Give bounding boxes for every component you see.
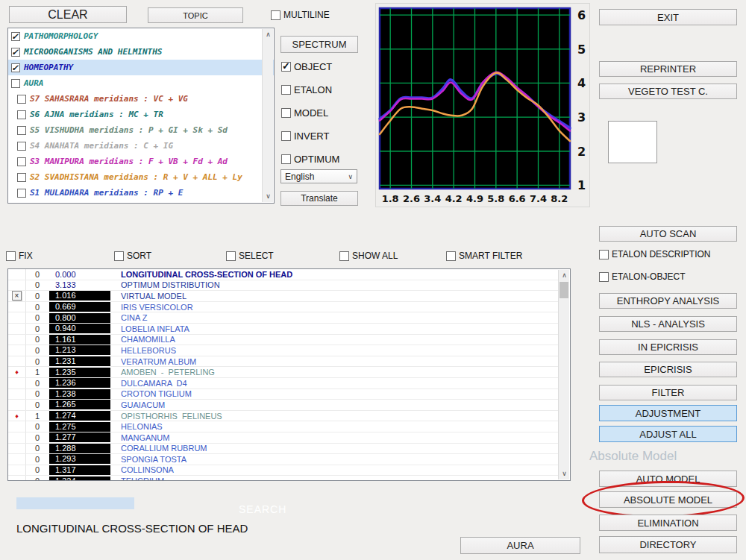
value-cell: 1.016 [49, 291, 110, 301]
table-row[interactable]: 00.940LOBELIA INFLATA [8, 324, 558, 335]
epicrisis-button[interactable]: EPICRISIS [599, 362, 737, 377]
fix-checkbox-box[interactable] [6, 251, 16, 261]
aura-button[interactable]: AURA [460, 537, 580, 554]
etalon-checkbox[interactable]: ETALON [281, 84, 363, 95]
etalon-description-checkbox[interactable]: ETALON DESCRIPTION [599, 249, 710, 259]
category-item[interactable]: AURA [8, 75, 274, 91]
show-all-checkbox-box[interactable] [339, 251, 349, 261]
category-item-checkbox[interactable] [17, 110, 26, 119]
scrollbar-thumb[interactable] [560, 282, 568, 298]
category-item-checkbox[interactable] [17, 173, 26, 182]
flag-cell: 0 [26, 292, 48, 301]
table-row[interactable]: 01.324TEUCRIUM [8, 476, 558, 481]
sort-checkbox-box[interactable] [114, 251, 124, 261]
table-row[interactable]: 03.133OPTIMUM DISTRIBUTION [8, 280, 558, 292]
model-checkbox[interactable]: MODEL [281, 107, 363, 119]
sort-checkbox[interactable]: SORT [114, 251, 151, 261]
category-item[interactable]: S6 AJNA meridians : MC + TR [8, 107, 274, 122]
table-row[interactable]: 01.265GUAIACUM [8, 400, 558, 411]
etalon-object-checkbox-box[interactable] [599, 272, 609, 282]
category-list-scrollbar[interactable]: ∧ ∨ [262, 29, 273, 202]
table-row[interactable]: ♦11.274OPISTHORHIS FELINEUS [8, 411, 558, 422]
category-item[interactable]: S2 SVADHISTANA meridians : R + V + ALL +… [8, 169, 274, 185]
etalon-description-checkbox-box[interactable] [599, 250, 609, 259]
enthropy-analysis-button[interactable]: ENTHROPY ANALYSIS [599, 293, 737, 309]
show-all-checkbox[interactable]: SHOW ALL [339, 251, 398, 261]
table-row[interactable]: 00.000LONGITUDINAL CROSS-SECTION OF HEAD [8, 269, 558, 280]
table-row[interactable]: 01.277MANGANUM [8, 432, 558, 444]
table-row[interactable]: 01.161CHAMOMILLA [8, 335, 558, 346]
translate-button[interactable]: Translate [280, 191, 358, 206]
category-item-checkbox[interactable] [17, 157, 26, 166]
results-table-scrollbar[interactable]: ∧ ∨ [558, 270, 569, 479]
directory-button[interactable]: DIRECTORY [599, 536, 737, 553]
table-row[interactable]: 01.236DULCAMARA D4 [8, 378, 558, 389]
table-row[interactable]: 00.800CINA Z [8, 312, 558, 324]
invert-checkbox[interactable]: INVERT [281, 130, 363, 142]
multiline-checkbox[interactable]: MULTILINE [271, 10, 330, 20]
spectrum-button[interactable]: SPECTRUM [280, 36, 358, 53]
in-epicrisis-button[interactable]: IN EPICRISIS [599, 339, 737, 355]
object-checkbox-box[interactable] [281, 62, 291, 72]
category-item-checkbox[interactable] [11, 63, 20, 72]
category-list[interactable]: PATHOMORPHOLOGYMICROORGANISMS AND HELMIN… [7, 28, 275, 204]
table-row[interactable]: ♦11.235AMOBEN - PETERLING [8, 367, 558, 378]
category-item[interactable]: S1 MULADHARA meridians : RP + E [8, 185, 274, 201]
category-item-checkbox[interactable] [17, 189, 26, 198]
table-row[interactable]: 01.317COLLINSONA [8, 465, 558, 476]
scroll-up-icon[interactable]: ∧ [263, 29, 274, 40]
auto-scan-button[interactable]: AUTO SCAN [599, 226, 737, 242]
scroll-up-icon[interactable]: ∧ [559, 270, 570, 281]
model-checkbox-box[interactable] [281, 108, 291, 118]
table-row[interactable]: 01.293SPONGIA TOSTA [8, 454, 558, 465]
object-checkbox[interactable]: OBJECT [281, 61, 363, 72]
category-item[interactable]: S7 SAHASRARA meridians : VC + VG [8, 91, 274, 107]
etalon-checkbox-box[interactable] [281, 85, 291, 95]
select-checkbox-box[interactable] [226, 251, 236, 261]
table-row[interactable]: 01.288CORALLIUM RUBRUM [8, 444, 558, 455]
category-item-checkbox[interactable] [17, 95, 26, 104]
table-row[interactable]: 01.231VERATRUM ALBUM [8, 356, 558, 368]
table-row[interactable]: ×01.016VIRTUAL MODEL [8, 291, 558, 302]
category-item[interactable]: S4 ANAHATA meridians : C + IG [8, 138, 274, 154]
smart-filter-checkbox-box[interactable] [446, 251, 456, 261]
category-item-checkbox[interactable] [11, 48, 20, 57]
table-row[interactable]: 01.213HELLEBORUS [8, 345, 558, 356]
fix-checkbox[interactable]: FIX [6, 251, 33, 261]
nls-analysis-button[interactable]: NLS - ANALYSIS [599, 316, 737, 332]
category-item-checkbox[interactable] [11, 32, 20, 41]
invert-checkbox-box[interactable] [281, 131, 291, 141]
vegeto-test-button[interactable]: VEGETO TEST C. [599, 84, 737, 99]
multiline-checkbox-box[interactable] [271, 10, 280, 20]
scroll-down-icon[interactable]: ∨ [263, 191, 274, 202]
exit-button[interactable]: EXIT [599, 9, 737, 25]
category-item-checkbox[interactable] [17, 142, 26, 151]
optimum-checkbox-box[interactable] [281, 154, 291, 164]
scroll-down-icon[interactable]: ∨ [559, 468, 570, 479]
smart-filter-checkbox[interactable]: SMART FILTER [446, 251, 522, 261]
category-item[interactable]: PATHOMORPHOLOGY [8, 28, 274, 44]
optimum-checkbox[interactable]: OPTIMUM [281, 154, 363, 165]
table-row[interactable]: 01.238CROTON TIGLIUM [8, 389, 558, 400]
category-item[interactable]: S3 MANIPURA meridians : F + VB + Fd + Ad [8, 154, 274, 169]
category-item[interactable]: S5 VISHUDHA meridians : P + GI + Sk + Sd [8, 122, 274, 138]
filter-button[interactable]: FILTER [599, 385, 737, 400]
topic-button[interactable]: TOPIC [148, 7, 243, 23]
category-item[interactable]: HOMEOPATHY [8, 60, 274, 75]
table-row[interactable]: 01.275HELONIAS [8, 421, 558, 432]
language-select[interactable]: English ∨ [280, 169, 357, 183]
adjustment-button[interactable]: ADJUSTMENT [599, 405, 737, 421]
reprinter-button[interactable]: REPRINTER [599, 61, 737, 77]
adjust-all-button[interactable]: ADJUST ALL [599, 426, 737, 442]
category-item[interactable]: MICROORGANISMS AND HELMINTHS [8, 44, 274, 60]
category-item-checkbox[interactable] [17, 126, 26, 135]
elimination-button[interactable]: ELIMINATION [599, 515, 737, 531]
results-table[interactable]: 00.000LONGITUDINAL CROSS-SECTION OF HEAD… [7, 268, 571, 481]
clear-button[interactable]: CLEAR [9, 6, 127, 23]
select-checkbox[interactable]: SELECT [226, 251, 274, 261]
table-row[interactable]: 00.669IRIS VERSICOLOR [8, 302, 558, 313]
etalon-object-checkbox[interactable]: ETALON-OBJECT [599, 271, 685, 282]
category-item-checkbox[interactable] [11, 79, 20, 88]
virtual-model-x-marker[interactable]: × [8, 291, 26, 301]
search-input[interactable] [16, 497, 134, 509]
